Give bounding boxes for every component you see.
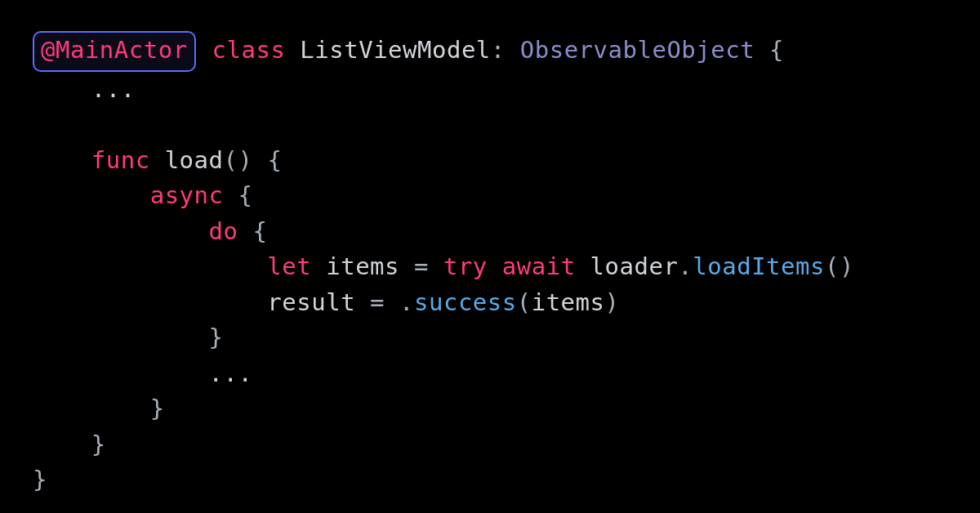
keyword-await: await (502, 252, 576, 280)
class-name: ListViewModel (300, 36, 490, 64)
call-loaditems: loadItems (693, 252, 825, 280)
parens: () (224, 146, 253, 174)
obj-loader: loader (590, 252, 679, 280)
func-name: load (165, 146, 224, 174)
brace: } (33, 466, 47, 493)
paren: ( (517, 288, 532, 316)
keyword-async: async (150, 181, 224, 209)
colon: : (491, 36, 506, 64)
code-block: @MainActor class ListViewModel: Observab… (33, 31, 947, 498)
attribute-mainactor: @MainActor (41, 36, 188, 64)
brace: } (209, 323, 224, 351)
keyword-func: func (91, 146, 150, 174)
brace: } (91, 430, 106, 458)
equals: = (414, 252, 429, 280)
parens: () (825, 252, 854, 280)
brace: { (252, 217, 267, 245)
keyword-let: let (267, 252, 311, 280)
keyword-try: try (443, 252, 488, 280)
paren: ) (605, 288, 620, 316)
ellipsis: ... (91, 75, 136, 103)
brace: { (267, 146, 282, 174)
brace: } (150, 395, 165, 422)
ellipsis: ... (209, 359, 253, 387)
arg-items: items (532, 288, 605, 316)
protocol-name: ObservableObject (520, 36, 755, 64)
brace: { (238, 181, 252, 209)
var-result: result (267, 288, 355, 316)
keyword-do: do (209, 217, 238, 245)
brace: { (769, 36, 784, 64)
equals: = (370, 288, 385, 316)
main-actor-highlight: @MainActor (33, 31, 196, 72)
keyword-class: class (212, 36, 286, 64)
var-items: items (326, 252, 399, 280)
dot: . (399, 288, 414, 316)
enum-success: success (414, 288, 517, 316)
dot: . (678, 252, 693, 280)
